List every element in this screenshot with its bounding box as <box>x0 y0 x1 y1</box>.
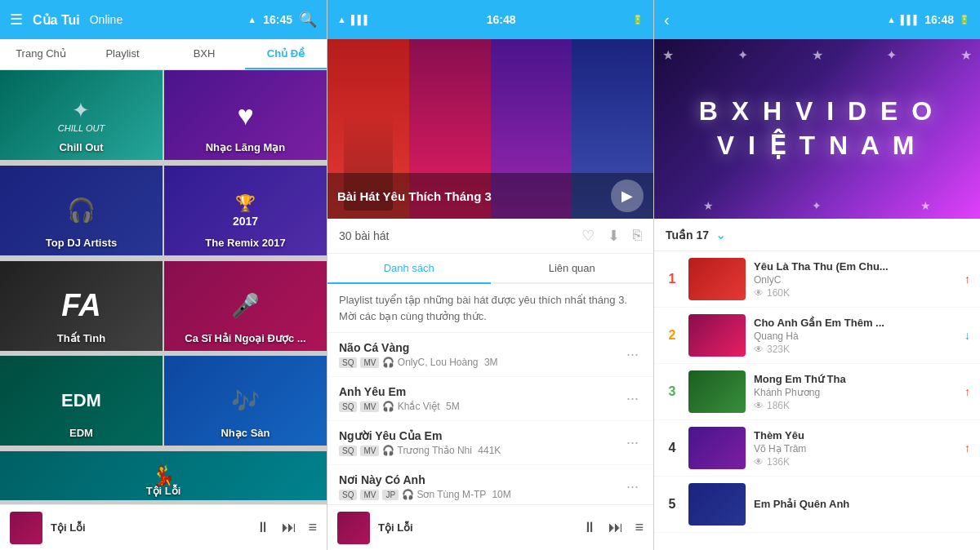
view-icon-1: 👁 <box>754 287 764 299</box>
panel1-online-label[interactable]: Online <box>90 13 122 26</box>
week-dropdown-icon[interactable]: ⌄ <box>715 227 726 242</box>
song-item-4[interactable]: Nơi Này Có Anh SQ MV JP 🎧 Sơn Tùng M-TP … <box>327 465 653 504</box>
song-more-1[interactable]: ··· <box>623 346 642 363</box>
song-more-4[interactable]: ··· <box>623 478 642 495</box>
video-item-4[interactable]: 4 Thèm Yêu Võ Hạ Trâm 👁 136K ↑ <box>654 420 980 477</box>
grid-item-edm[interactable]: EDM EDM <box>0 356 163 446</box>
panel1-song-title: Tội Lỗi <box>51 521 247 534</box>
panel2-banner-overlay: Bài Hát Yêu Thích Tháng 3 ▶ <box>327 173 653 219</box>
grid-item-toi-loi[interactable]: 💃 Tội Lỗi <box>0 451 327 500</box>
grid-label-edm: EDM <box>0 427 163 439</box>
panel1-time: 16:45 <box>263 13 292 26</box>
video-info-2: Cho Anh Gần Em Thêm ... Quang Hà 👁 323K <box>754 317 956 355</box>
song-tag-sq-4: SQ <box>339 490 357 500</box>
song-artist-1: 🎧 OnlyC, Lou Hoàng 3M <box>382 357 497 368</box>
video-item-5[interactable]: 5 Em Phải Quên Anh <box>654 477 980 533</box>
panel2-battery-icon: 🔋 <box>632 15 644 25</box>
grid-item-that-tinh[interactable]: FA Thất Tình <box>0 261 163 351</box>
song-more-2[interactable]: ··· <box>623 390 642 407</box>
panel2-share-icon[interactable]: ⎘ <box>633 227 642 245</box>
video-views-2: 👁 323K <box>754 344 956 355</box>
video-rank-2: 2 <box>664 328 680 343</box>
grid-item-remix-2017[interactable]: 🏆 2017 The Remix 2017 <box>164 166 327 255</box>
panel1-status: ▲ <box>247 15 256 24</box>
panel2-time: 16:48 <box>487 13 516 26</box>
song-item-2[interactable]: Anh Yêu Em SQ MV 🎧 Khắc Việt 5M ··· <box>327 377 653 421</box>
grid-item-chill-out[interactable]: ✦ CHILL OUT Chill Out <box>0 70 163 160</box>
tab-bxh[interactable]: BXH <box>163 39 245 69</box>
grid-item-ca-si-hai-ngoai[interactable]: 🎤 Ca Sĩ Hải Ngoại Được ... <box>164 261 327 351</box>
panel-2: ▲ ▌▌▌ 16:48 🔋 Bài Hát Yêu Thích Tháng 3 … <box>327 0 653 550</box>
song-name-3: Người Yêu Của Em <box>339 429 623 442</box>
view-icon-4: 👁 <box>754 456 764 468</box>
menu-icon[interactable]: ☰ <box>10 11 23 29</box>
video-artist-4: Võ Hạ Trâm <box>754 443 956 455</box>
song-artist-2: 🎧 Khắc Việt 5M <box>382 401 459 412</box>
grid-label-top-dj: Top DJ Artists <box>0 237 163 249</box>
panel1-tabs: Trang Chủ Playlist BXH Chủ Đề <box>0 39 327 70</box>
video-thumb-4 <box>688 427 746 469</box>
panel3-week-selector: Tuần 17 ⌄ <box>654 219 980 251</box>
panel1-next-button[interactable]: ⏭ <box>282 519 296 536</box>
song-name-4: Nơi Này Có Anh <box>339 473 623 486</box>
grid-label-chill-out: Chill Out <box>0 141 163 153</box>
video-item-2[interactable]: 2 Cho Anh Gần Em Thêm ... Quang Hà 👁 323… <box>654 308 980 364</box>
subtab-danh-sach[interactable]: Danh sách <box>327 254 491 284</box>
song-item-1[interactable]: Não Cá Vàng SQ MV 🎧 OnlyC, Lou Hoàng 3M … <box>327 333 653 377</box>
panel2-like-icon[interactable]: ♡ <box>581 227 595 245</box>
panel2-download-icon[interactable]: ⬇ <box>608 227 620 245</box>
view-icon-2: 👁 <box>754 344 764 355</box>
song-tag-sq-3: SQ <box>339 446 357 456</box>
panel2-mini-title: Tội Lỗi <box>378 521 574 534</box>
panel-1: ☰ Của Tui Online ▲ 16:45 🔍 Trang Chủ Pla… <box>0 0 327 550</box>
video-views-4: 👁 136K <box>754 456 956 468</box>
banner-stars: ★✦★✦★ <box>662 47 972 63</box>
grid-label-nhac-lang-man: Nhạc Lãng Mạn <box>164 141 327 153</box>
video-item-3[interactable]: 3 Mong Em Thứ Tha Khánh Phương 👁 186K ↑ <box>654 364 980 420</box>
panel1-list-button[interactable]: ≡ <box>308 519 317 536</box>
grid-item-top-dj[interactable]: 🎧 Top DJ Artists <box>0 166 163 255</box>
video-thumb-5 <box>688 483 746 526</box>
panel3-time: 16:48 <box>924 13 954 26</box>
song-tag-mv-2: MV <box>360 401 379 412</box>
video-trend-4: ↑ <box>964 441 970 455</box>
grid-item-nhac-lang-man[interactable]: ♥ Nhạc Lãng Mạn <box>164 70 327 160</box>
panel3-battery-icon: 🔋 <box>959 15 970 25</box>
video-artist-1: OnlyC <box>754 274 956 286</box>
back-icon[interactable]: ‹ <box>664 11 670 29</box>
panel2-bottom-bar: Tội Lỗi ⏸ ⏭ ≡ <box>327 504 653 550</box>
video-thumb-2 <box>688 314 746 357</box>
video-views-3: 👁 186K <box>754 400 956 411</box>
panel2-next-button[interactable]: ⏭ <box>608 519 623 536</box>
song-item-3[interactable]: Người Yêu Của Em SQ MV 🎧 Trương Thảo Nhi… <box>327 421 653 465</box>
panel1-search-icon[interactable]: 🔍 <box>299 11 317 29</box>
video-item-1[interactable]: 1 Yêu Là Tha Thu (Em Chu... OnlyC 👁 160K… <box>654 251 980 308</box>
panel3-signal-icon: ▌▌▌ <box>901 15 920 24</box>
panel3-video-list: 1 Yêu Là Tha Thu (Em Chu... OnlyC 👁 160K… <box>654 251 980 550</box>
tab-playlist[interactable]: Playlist <box>82 39 163 69</box>
panel-3: ‹ ▲ ▌▌▌ 16:48 🔋 ★✦★✦★ B X H V I D E O V … <box>653 0 980 550</box>
tab-chu-de[interactable]: Chủ Đề <box>245 39 327 69</box>
panel2-play-pause-button[interactable]: ⏸ <box>582 519 597 536</box>
panel1-header: ☰ Của Tui Online ▲ 16:45 🔍 <box>0 0 327 39</box>
song-tag-sq-2: SQ <box>339 401 357 412</box>
song-tag-mv-1: MV <box>360 357 379 368</box>
grid-label-nhac-san: Nhạc Sàn <box>164 427 327 439</box>
tab-trang-chu[interactable]: Trang Chủ <box>0 39 82 69</box>
panel2-description: Playlist tuyển tập những bài hát được yê… <box>327 284 653 333</box>
panel2-play-button[interactable]: ▶ <box>611 180 644 212</box>
grid-item-nhac-san[interactable]: 🎶 Nhạc Sàn <box>164 356 327 446</box>
panel1-bottom-bar: Tội Lỗi ⏸ ⏭ ≡ <box>0 504 327 550</box>
subtab-lien-quan[interactable]: Liên quan <box>491 254 654 284</box>
panel2-signal-icon: ▌▌▌ <box>351 15 370 24</box>
grid-label-that-tinh: Thất Tình <box>0 332 163 344</box>
video-rank-3: 3 <box>664 384 680 399</box>
view-icon-3: 👁 <box>754 400 764 411</box>
panel1-play-pause-button[interactable]: ⏸ <box>256 519 270 536</box>
panel2-header: ▲ ▌▌▌ 16:48 🔋 <box>327 0 653 39</box>
video-title-5: Em Phải Quên Anh <box>754 498 970 510</box>
panel2-list-button[interactable]: ≡ <box>635 519 644 536</box>
song-more-3[interactable]: ··· <box>623 434 642 451</box>
song-artist-3: 🎧 Trương Thảo Nhi 441K <box>382 445 501 456</box>
video-thumb-3 <box>688 370 746 413</box>
